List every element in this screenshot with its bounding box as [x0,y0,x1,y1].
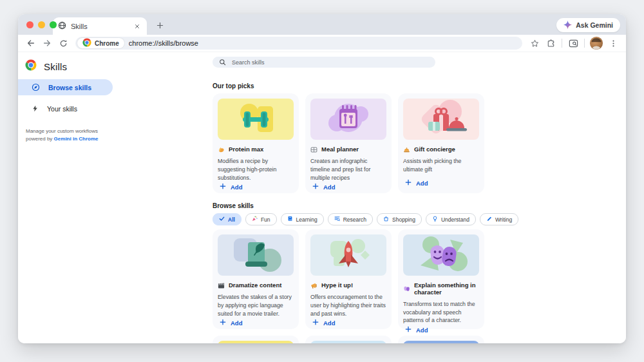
book-icon [287,216,293,223]
menu-button[interactable] [606,36,620,50]
filter-chip-label: Learning [296,216,317,223]
address-bar[interactable]: Chrome chrome://skills/browse [75,37,522,50]
plus-icon [405,326,412,334]
card-description: Transforms text to match the vocabulary … [403,300,479,325]
add-skill-button[interactable]: Add [218,318,244,328]
gemini-sparkle-icon [564,21,572,30]
section-heading-top-picks: Our top picks [213,82,626,90]
plus-icon [312,319,319,327]
add-label: Add [416,327,428,334]
browser-toolbar: Chrome chrome://skills/browse [18,35,626,52]
search-icon [219,57,226,68]
card-illustration [218,234,294,276]
sidebar-item-browse-skills[interactable]: Browse skills [18,79,113,95]
add-label: Add [231,184,242,191]
filter-chip-research[interactable]: Research [328,213,373,225]
skill-card: Explain something in characterTransforms… [398,229,484,329]
skill-card: Gift conciergeAssists with picking the u… [398,93,484,193]
filter-chip-learning[interactable]: Learning [281,213,324,225]
chrome-site-badge[interactable]: Chrome [77,38,124,48]
explore-icon [32,83,40,91]
tab-title: Skills [71,23,128,30]
add-skill-button[interactable]: Add [403,325,430,335]
filter-chip-label: Research [343,216,366,223]
check-icon [219,216,225,223]
search-input[interactable] [231,59,429,66]
back-button[interactable] [24,36,38,50]
page-title: Skills [44,61,67,72]
new-tab-button[interactable] [152,17,167,33]
tab-strip: Skills Ask Gemini [18,14,626,35]
tab-skills[interactable]: Skills [53,17,147,35]
add-skill-button[interactable]: Add [310,318,337,328]
card-illustration [403,99,479,140]
add-label: Add [416,180,428,187]
filter-chip-label: Fun [261,216,270,223]
sidebar: Skills Browse skillsYour skills Manage y… [18,52,211,343]
toolbar-divider [584,39,585,48]
card-title: Meal planner [321,146,359,153]
zoom-window-button[interactable] [50,21,57,28]
chrome-logo-icon [25,59,37,73]
section-heading-browse-skills: Browse skills [213,202,626,209]
sidebar-nav: Browse skillsYour skills [18,79,211,117]
globe-icon [58,21,66,31]
card-illustration [403,341,479,343]
plus-icon [405,179,412,187]
url-text: chrome://skills/browse [129,39,198,47]
window-controls [26,21,57,28]
close-tab-icon[interactable] [133,22,142,31]
card-illustration [403,234,479,276]
card-description: Assists with picking the ultimate gift [403,157,479,174]
bag-icon [383,216,389,223]
filter-chip-understand[interactable]: Understand [426,213,476,225]
skill-card: Meal plannerCreates an infographic timel… [305,93,392,193]
filter-chip-writing[interactable]: Writing [480,213,518,225]
skill-card-partial [213,336,299,343]
app-header: Skills [18,52,211,74]
filter-chip-label: Understand [441,216,469,223]
card-title: Protein max [229,146,263,153]
clapper-icon [218,282,225,289]
side-panel-button[interactable] [566,36,580,50]
reload-button[interactable] [56,36,70,50]
main-content: Our top picks Protein maxModifies a reci… [211,52,626,343]
forward-button[interactable] [40,36,54,50]
card-illustration [310,341,386,343]
card-description: Creates an infographic timeline and prep… [310,157,386,182]
filter-chip-row: AllFunLearningResearchShoppingUnderstand… [213,213,626,225]
browser-window: Skills Ask Gemini Chrome chrome://skills… [18,14,626,343]
add-skill-button[interactable]: Add [403,178,430,188]
minimize-window-button[interactable] [38,21,45,28]
bulb-icon [432,216,438,223]
skill-card-partial [398,336,484,343]
filter-chip-all[interactable]: All [213,213,242,225]
plus-icon [220,319,226,327]
sidebar-item-your-skills[interactable]: Your skills [18,100,113,117]
filter-chip-shopping[interactable]: Shopping [377,213,422,225]
ask-gemini-button[interactable]: Ask Gemini [556,18,620,32]
add-label: Add [323,319,335,327]
filter-chip-fun[interactable]: Fun [245,213,277,225]
chrome-badge-label: Chrome [95,40,119,47]
bookmark-star-button[interactable] [527,36,542,50]
bolt-icon [32,105,39,112]
skill-card: Protein maxModifies a recipe by suggesti… [213,93,299,193]
gemini-in-chrome-link[interactable]: Gemini in Chrome [54,136,99,142]
sidebar-item-label: Your skills [47,105,77,113]
add-skill-button[interactable]: Add [218,182,244,192]
sidebar-footnote: Manage your custom workflows powered by … [26,128,103,144]
avatar[interactable] [589,35,604,51]
plus-icon [312,183,319,191]
ask-gemini-label: Ask Gemini [576,21,613,29]
skill-card: Dramatize contentElevates the stakes of … [213,229,299,329]
add-skill-button[interactable]: Add [310,182,337,192]
masks-icon [403,285,410,292]
search-bar[interactable] [213,57,435,68]
card-illustration [218,341,294,343]
party-icon [252,216,258,223]
bell-icon [403,146,410,153]
extensions-button[interactable] [544,36,558,50]
add-label: Add [323,184,335,191]
close-window-button[interactable] [26,21,33,28]
